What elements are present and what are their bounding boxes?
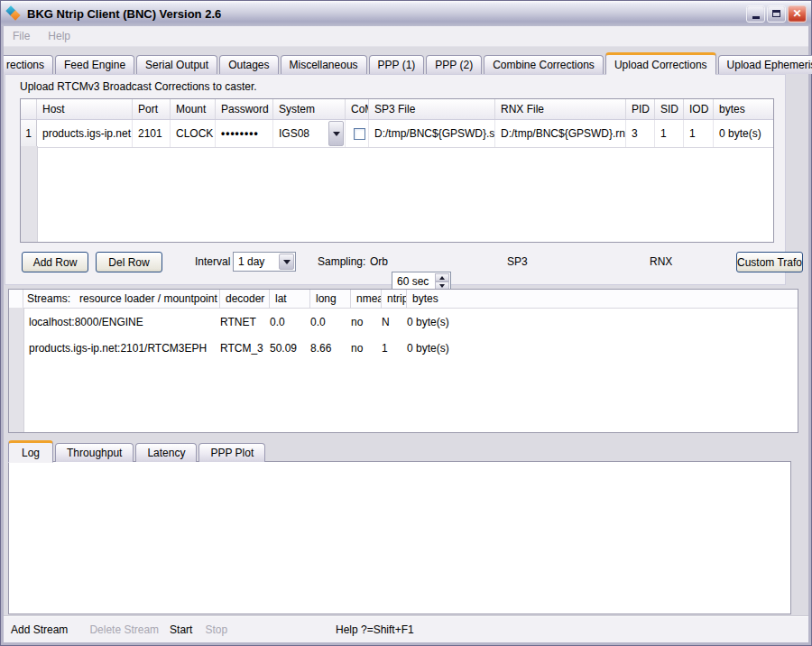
arrow-up-icon <box>439 276 445 280</box>
main-content: rections Feed Engine Serial Output Outag… <box>4 47 808 642</box>
col-header-rnx-file[interactable]: RNX File <box>495 99 626 119</box>
com-checkbox[interactable] <box>354 128 365 140</box>
col-header-bytes[interactable]: bytes <box>714 99 773 119</box>
col-header-password[interactable]: Password <box>216 99 273 119</box>
col-header-com[interactable]: CoM <box>346 99 369 119</box>
tab-ppp-2[interactable]: PPP (2) <box>426 55 482 74</box>
cell-lat: 0.0 <box>264 316 305 328</box>
tab-outages[interactable]: Outages <box>219 55 278 74</box>
pane-caption: Upload RTCMv3 Broadcast Corrections to c… <box>20 80 257 93</box>
window-controls: ✕ <box>746 5 807 23</box>
menu-help[interactable]: Help <box>39 30 79 42</box>
sp3-label: SP3 <box>507 255 528 268</box>
col-header-sp3-file[interactable]: SP3 File <box>369 99 495 119</box>
col-header-bytes[interactable]: bytes <box>407 290 798 308</box>
col-header-host[interactable]: Host <box>37 99 133 119</box>
cell-sp3-file[interactable]: D:/tmp/BNC${GPSWD}.sp3 <box>369 120 495 147</box>
menu-file[interactable]: File <box>4 30 39 42</box>
streams-table: Streams: resource loader / mountpoint de… <box>8 289 798 433</box>
cell-bytes: 0 byte(s) <box>401 342 798 355</box>
col-header-ntrip[interactable]: ntrip <box>382 290 407 308</box>
col-header-port[interactable]: Port <box>133 99 171 119</box>
maximize-icon <box>772 10 780 17</box>
col-header-long[interactable]: long <box>310 290 351 308</box>
col-header-pid[interactable]: PID <box>626 99 655 119</box>
cell-host[interactable]: products.igs-ip.net <box>37 120 133 147</box>
minimize-button[interactable] <box>746 5 765 23</box>
cell-mountpoint: localhost:8000/ENGINE <box>23 316 215 328</box>
tab-upload-ephemeris[interactable]: Upload Ephemeris <box>718 55 812 74</box>
cell-decoder: RTNET <box>215 316 264 328</box>
cell-long: 8.66 <box>305 342 346 355</box>
tab-feed-engine[interactable]: Feed Engine <box>55 55 134 74</box>
cell-com <box>346 120 369 147</box>
app-icon <box>5 5 22 22</box>
cell-iod[interactable]: 1 <box>684 120 714 147</box>
cell-system-select[interactable]: IGS08 <box>273 120 346 147</box>
chevron-down-icon <box>283 260 291 264</box>
col-header-decoder[interactable]: decoder <box>220 290 270 308</box>
main-tab-bar: rections Feed Engine Serial Output Outag… <box>4 47 808 74</box>
stop-button[interactable]: Stop <box>205 623 227 636</box>
cell-pid[interactable]: 3 <box>626 120 655 147</box>
upload-table-row-gutter <box>21 146 38 242</box>
orb-label: Orb <box>370 255 388 268</box>
cell-bytes: 0 byte(s) <box>401 316 798 328</box>
cell-lat: 50.09 <box>264 342 305 355</box>
streams-row-gutter <box>9 308 24 432</box>
cell-mountpoint: products.igs-ip.net:2101/RTCM3EPH <box>23 342 215 355</box>
row-number[interactable]: 1 <box>21 120 37 147</box>
delete-stream-button[interactable]: Delete Stream <box>89 623 159 636</box>
cell-ntrip: N <box>376 316 401 328</box>
cell-sid[interactable]: 1 <box>655 120 684 147</box>
stream-row[interactable]: 2 products.igs-ip.net:2101/RTCM3EPH RTCM… <box>9 335 798 361</box>
chevron-down-icon <box>333 132 340 136</box>
tab-miscellaneous[interactable]: Miscellaneous <box>281 55 367 74</box>
tab-serial-output[interactable]: Serial Output <box>136 55 217 74</box>
close-icon: ✕ <box>792 7 801 20</box>
maximize-button[interactable] <box>767 5 786 23</box>
interval-dropdown-button[interactable] <box>279 254 294 270</box>
col-header-mountpoint[interactable]: Streams: resource loader / mountpoint <box>23 290 220 308</box>
system-dropdown-button[interactable] <box>328 121 344 146</box>
upload-table-row: 1 products.igs-ip.net 2101 CLOCK •••••••… <box>21 120 773 148</box>
window-title: BKG Ntrip Client (BNC) Version 2.6 <box>27 7 746 21</box>
rnx-label: RNX <box>650 255 672 268</box>
start-button[interactable]: Start <box>170 623 192 636</box>
corner-header-cell <box>21 99 37 119</box>
cell-mount[interactable]: CLOCK <box>171 120 216 147</box>
tab-upload-corrections[interactable]: Upload Corrections <box>605 52 716 75</box>
stream-row[interactable]: 1 localhost:8000/ENGINE RTNET 0.0 0.0 no… <box>9 309 798 335</box>
cell-rnx-file[interactable]: D:/tmp/BNC${GPSWD}.rnx <box>495 120 626 147</box>
custom-trafo-button[interactable]: Custom Trafo <box>736 252 803 272</box>
cell-long: 0.0 <box>305 316 346 328</box>
del-row-button[interactable]: Del Row <box>96 252 162 272</box>
cell-password[interactable]: •••••••• <box>216 120 273 147</box>
col-header-lat[interactable]: lat <box>270 290 310 308</box>
orb-value: 60 sec <box>397 275 429 288</box>
col-header-nmea[interactable]: nmea <box>351 290 382 308</box>
tab-corrections-clipped[interactable]: rections <box>4 55 53 74</box>
add-stream-button[interactable]: Add Stream <box>11 623 68 636</box>
tab-log[interactable]: Log <box>8 440 53 463</box>
upload-controls: Add Row Del Row Interval 1 day Sampling:… <box>20 252 774 273</box>
col-header-system[interactable]: System <box>273 99 346 119</box>
interval-label: Interval <box>195 255 230 268</box>
interval-value: 1 day <box>238 255 264 268</box>
tab-ppp-1[interactable]: PPP (1) <box>369 55 425 74</box>
col-header-mount[interactable]: Mount <box>171 99 216 119</box>
system-value: IGS08 <box>279 127 309 140</box>
log-output-pane[interactable] <box>8 461 791 614</box>
tab-combine-corrections[interactable]: Combine Corrections <box>484 55 604 74</box>
col-header-iod[interactable]: IOD <box>684 99 714 119</box>
cell-ntrip: 1 <box>376 342 401 355</box>
cell-port[interactable]: 2101 <box>133 120 171 147</box>
tab-throughput[interactable]: Throughput <box>55 443 134 462</box>
add-row-button[interactable]: Add Row <box>22 252 88 272</box>
spin-up-button[interactable] <box>435 273 449 281</box>
tab-latency[interactable]: Latency <box>135 443 197 462</box>
tab-ppp-plot[interactable]: PPP Plot <box>198 443 265 462</box>
col-header-sid[interactable]: SID <box>655 99 684 119</box>
close-button[interactable]: ✕ <box>788 5 807 23</box>
interval-select[interactable]: 1 day <box>233 252 296 272</box>
